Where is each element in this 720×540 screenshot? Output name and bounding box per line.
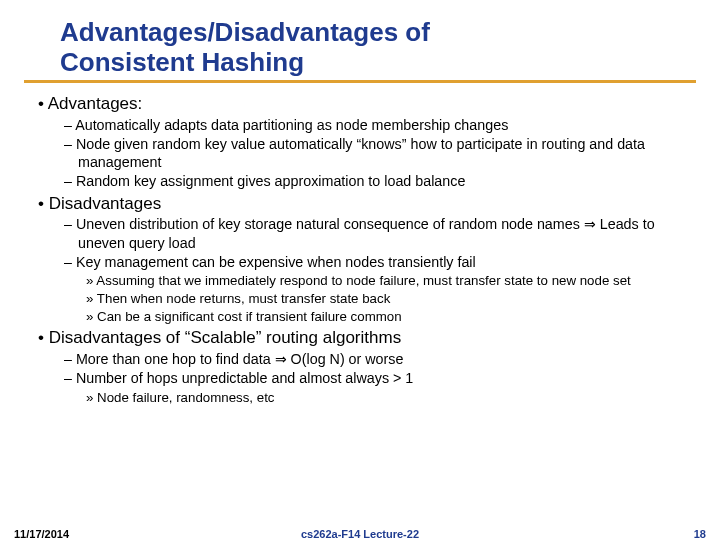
bullet-advantages-item: Automatically adapts data partitioning a… <box>24 116 696 134</box>
bullet-disadvantages-heading: Disadvantages <box>24 193 696 215</box>
bullet-advantages-item: Random key assignment gives approximatio… <box>24 172 696 190</box>
title-line-2: Consistent Hashing <box>60 47 304 77</box>
bullet-scalable-heading: Disadvantages of “Scalable” routing algo… <box>24 327 696 349</box>
bullet-scalable-subitem: Node failure, randomness, etc <box>24 389 696 406</box>
bullet-scalable-item: More than one hop to find data ⇒ O(log N… <box>24 350 696 368</box>
bullet-disadvantages-subitem: Assuming that we immediately respond to … <box>24 272 696 289</box>
title-underline <box>24 80 696 83</box>
bullet-scalable-item: Number of hops unpredictable and almost … <box>24 369 696 387</box>
slide-title: Advantages/Disadvantages of Consistent H… <box>24 18 696 80</box>
bullet-disadvantages-subitem: Can be a significant cost if transient f… <box>24 308 696 325</box>
bullet-disadvantages-subitem: Then when node returns, must transfer st… <box>24 290 696 307</box>
bullet-disadvantages-item: Key management can be expensive when nod… <box>24 253 696 271</box>
footer-course: cs262a-F14 Lecture-22 <box>0 528 720 540</box>
footer-page-number: 18 <box>694 528 706 540</box>
bullet-disadvantages-item: Uneven distribution of key storage natur… <box>24 215 696 252</box>
title-line-1: Advantages/Disadvantages of <box>60 17 430 47</box>
bullet-advantages-heading: Advantages: <box>24 93 696 115</box>
bullet-advantages-item: Node given random key value automaticall… <box>24 135 696 172</box>
slide-content: Advantages: Automatically adapts data pa… <box>24 93 696 406</box>
